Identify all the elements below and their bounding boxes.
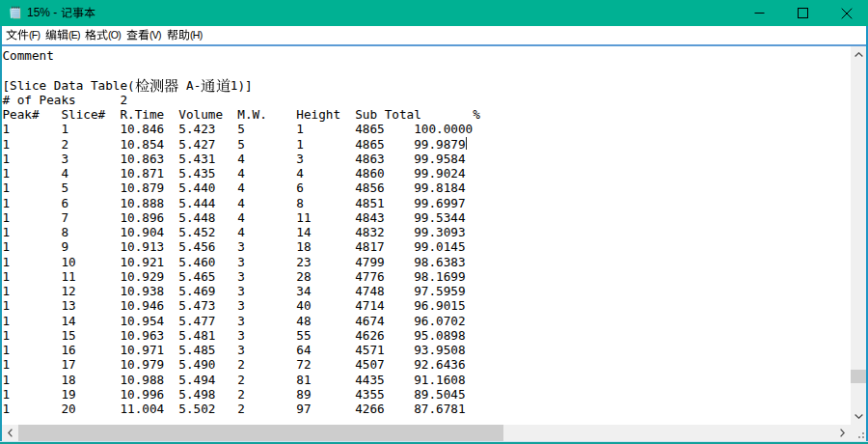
editor-line: 1 20 11.004 5.502 2 97 4266 87.6781 <box>3 402 852 416</box>
text-editor-area[interactable]: Comment[Slice Data Table( A-1)]# of Peak… <box>2 46 851 426</box>
minimize-button[interactable] <box>738 0 781 26</box>
chevron-left-icon <box>8 429 13 437</box>
cjk-glyph <box>17 29 27 39</box>
editor-line: 1 16 10.971 5.485 3 64 4571 93.9508 <box>3 343 852 357</box>
editor-line: 1 5 10.879 5.440 4 6 4856 99.8184 <box>3 180 852 195</box>
horizontal-scrollbar[interactable] <box>2 425 851 441</box>
editor-line: Peak# Slice# R.Time Volume M.W. Height S… <box>3 107 852 122</box>
editor-line: 1 13 10.946 5.473 3 40 4714 96.9015 <box>3 298 852 313</box>
cjk-glyph <box>216 78 228 90</box>
editor-text: Comment[Slice Data Table( A-1)]# of Peak… <box>2 46 851 417</box>
title-bar[interactable]: 15% - <box>0 0 868 26</box>
editor-line: 1 15 10.963 5.481 3 55 4626 95.0898 <box>3 328 852 343</box>
editor-line: Comment <box>3 48 852 63</box>
scroll-down-arrow[interactable] <box>851 408 866 425</box>
close-icon <box>841 8 853 19</box>
editor-line: 1 4 10.871 5.435 4 4 4860 99.9024 <box>3 166 852 180</box>
editor-line: 1 1 10.846 5.423 5 1 4865 100.0000 <box>3 122 852 136</box>
minimize-icon <box>754 8 765 18</box>
editor-line: 1 9 10.913 5.456 3 18 4817 99.0145 <box>3 239 852 254</box>
scroll-right-arrow[interactable] <box>834 425 851 441</box>
cjk-glyph <box>84 7 94 16</box>
scroll-up-arrow[interactable] <box>851 46 866 63</box>
editor-line: # of Peaks 2 <box>3 93 852 107</box>
scroll-left-arrow[interactable] <box>2 425 18 441</box>
editor-line: 1 3 10.863 5.431 4 3 4863 99.9584 <box>3 152 852 166</box>
vertical-scrollbar[interactable] <box>851 46 866 426</box>
maximize-button[interactable] <box>781 0 825 26</box>
cjk-glyph <box>72 7 82 16</box>
editor-line: 1 19 10.996 5.498 2 89 4355 89.5045 <box>3 387 852 402</box>
cjk-glyph <box>96 29 106 39</box>
editor-line: 1 7 10.896 5.448 4 11 4843 99.5344 <box>3 210 852 225</box>
notepad-icon <box>8 6 22 19</box>
chevron-right-icon <box>840 429 845 437</box>
menu-view[interactable]: (V) <box>126 26 161 44</box>
editor-line: 1 18 10.988 5.494 2 81 4435 91.1608 <box>3 373 852 387</box>
editor-line: 1 2 10.854 5.427 5 1 4865 99.9879 <box>3 137 852 152</box>
editor-line: 1 17 10.979 5.490 2 72 4507 92.6436 <box>3 357 852 372</box>
editor-line <box>3 63 852 77</box>
cjk-glyph <box>164 78 176 90</box>
cjk-glyph <box>135 78 147 90</box>
cjk-glyph <box>61 7 70 16</box>
menu-file[interactable]: (F) <box>6 26 40 44</box>
scrollbar-corner-resize-grip[interactable] <box>851 425 866 441</box>
cjk-glyph <box>6 29 15 39</box>
cjk-glyph <box>126 29 136 39</box>
cjk-glyph <box>45 29 55 39</box>
editor-line: 1 12 10.938 5.469 3 34 4748 97.5959 <box>3 284 852 298</box>
window-title: 15% - <box>27 0 95 26</box>
cjk-glyph <box>85 29 95 39</box>
chevron-down-icon <box>854 414 863 419</box>
editor-line: 1 11 10.929 5.465 3 28 4776 98.1699 <box>3 269 852 284</box>
cjk-glyph <box>138 29 148 39</box>
window-border-left <box>0 26 2 444</box>
vertical-scroll-thumb[interactable] <box>851 370 866 383</box>
cjk-glyph <box>167 29 176 39</box>
editor-line: 1 14 10.954 5.477 3 48 4674 96.0702 <box>3 314 852 328</box>
editor-line: [Slice Data Table( A-1)] <box>3 78 852 93</box>
editor-line: 1 10 10.921 5.460 3 23 4799 98.6383 <box>3 255 852 269</box>
text-caret <box>466 137 467 150</box>
cjk-glyph <box>57 29 67 39</box>
menu-edit[interactable]: (E) <box>45 26 80 44</box>
editor-line: 1 8 10.904 5.452 4 14 4832 99.3093 <box>3 225 852 239</box>
menu-help[interactable]: (H) <box>167 26 202 44</box>
cjk-glyph <box>178 29 188 39</box>
menu-format[interactable]: (O) <box>85 26 121 44</box>
maximize-icon <box>798 8 808 18</box>
cjk-glyph <box>201 78 212 90</box>
chevron-up-icon <box>854 52 863 57</box>
editor-line: 1 6 10.888 5.444 4 8 4851 99.6997 <box>3 196 852 210</box>
close-button[interactable] <box>825 0 868 26</box>
cjk-glyph <box>149 78 161 90</box>
menu-bar: (F) (E) (O) (V) (H) <box>0 26 868 44</box>
horizontal-scroll-thumb[interactable] <box>18 425 503 441</box>
